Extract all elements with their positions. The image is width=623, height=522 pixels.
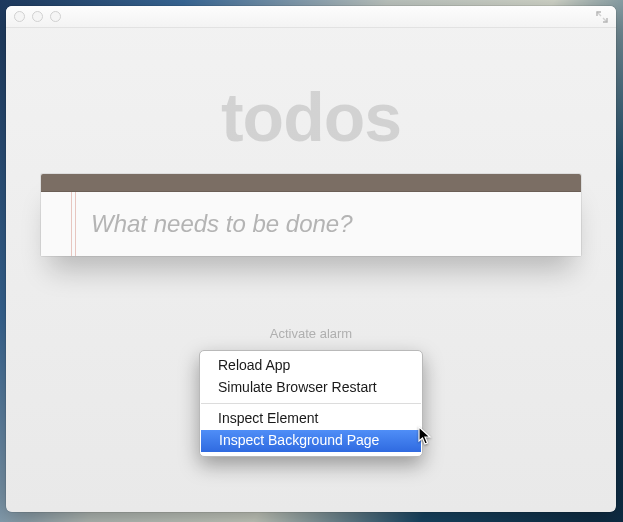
zoom-icon[interactable] xyxy=(50,11,61,22)
activate-alarm-link[interactable]: Activate alarm xyxy=(270,326,352,341)
context-menu-item-reload-app[interactable]: Reload App xyxy=(200,355,422,377)
context-menu: Reload App Simulate Browser Restart Insp… xyxy=(199,350,423,457)
paper-margin-line xyxy=(75,192,76,256)
card-header-bar xyxy=(41,174,581,192)
new-todo-input[interactable] xyxy=(91,192,569,256)
desktop-background: todos Activate alarm Reload App Simulate… xyxy=(0,0,623,522)
fullscreen-icon[interactable] xyxy=(594,9,610,25)
page-title: todos xyxy=(6,28,616,156)
context-menu-item-simulate-restart[interactable]: Simulate Browser Restart xyxy=(200,377,422,399)
context-menu-item-inspect-element[interactable]: Inspect Element xyxy=(200,408,422,430)
traffic-lights xyxy=(14,11,61,22)
context-menu-separator xyxy=(201,403,421,404)
context-menu-item-inspect-background[interactable]: Inspect Background Page xyxy=(201,430,421,452)
close-icon[interactable] xyxy=(14,11,25,22)
minimize-icon[interactable] xyxy=(32,11,43,22)
todo-card xyxy=(41,174,581,256)
paper-margin-line xyxy=(71,192,72,256)
window-titlebar[interactable] xyxy=(6,6,616,28)
card-body xyxy=(41,192,581,256)
